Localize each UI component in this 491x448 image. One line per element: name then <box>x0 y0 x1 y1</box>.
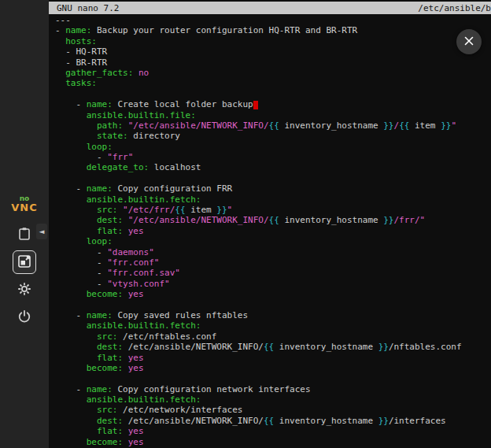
text-cursor <box>253 101 259 109</box>
control-bar-handle[interactable]: ◄ <box>36 224 47 239</box>
editor-line: flat: yes <box>55 226 491 236</box>
editor-line <box>55 89 491 99</box>
clipboard-button[interactable] <box>13 223 36 246</box>
clipboard-icon <box>17 226 32 244</box>
editor-line: become: yes <box>55 363 491 373</box>
editor-line: - name: Copy configuration network inter… <box>55 384 491 394</box>
close-button[interactable] <box>456 29 482 54</box>
editor-line: ansible.builtin.fetch: <box>55 194 491 205</box>
power-icon <box>17 309 32 327</box>
editor-line: - "frr.conf" <box>55 257 491 268</box>
editor-line: ansible.builtin.fetch: <box>55 394 491 405</box>
editor-line: ansible.builtin.file: <box>55 110 491 120</box>
settings-button[interactable] <box>13 278 36 302</box>
editor-line: loop: <box>55 142 491 152</box>
editor-line: - name: Backup your router configuration… <box>55 25 491 35</box>
editor-line <box>55 173 491 183</box>
editor-line: - "daemons" <box>55 247 491 257</box>
nano-editor[interactable]: ---- name: Backup your router configurat… <box>49 14 491 447</box>
editor-line: - name: Copy saved rules nftables <box>55 310 491 320</box>
novnc-logo: no VNC <box>0 195 49 213</box>
editor-line: dest: "/etc/ansible/NETWORK_INFO/{{ inve… <box>55 215 491 225</box>
editor-line: --- <box>55 15 491 25</box>
editor-line <box>55 373 491 383</box>
gear-icon <box>17 281 32 299</box>
editor-line: - name: Create local folder backup <box>55 99 491 109</box>
desktop: no VNC <box>0 0 491 448</box>
editor-line: - "vtysh.conf" <box>55 279 491 289</box>
editor-line: tasks: <box>55 78 491 88</box>
editor-line: - "frr" <box>55 152 491 162</box>
editor-line: gather_facts: no <box>55 68 491 78</box>
editor-line: - name: Copy configuration FRR <box>55 183 491 194</box>
editor-line: path: "/etc/ansible/NETWORK_INFO/{{ inve… <box>55 120 491 131</box>
nano-version: GNU nano 7.2 <box>57 3 119 13</box>
terminal-window: GNU nano 7.2 /etc/ansible/b ---- name: B… <box>49 0 491 448</box>
editor-line: loop: <box>55 236 491 246</box>
editor-line: - HQ-RTR <box>55 46 491 57</box>
editor-line: ansible.builtin.fetch: <box>55 320 491 331</box>
editor-line: src: /etc/nftables.conf <box>55 331 491 342</box>
editor-line: flat: yes <box>55 426 491 436</box>
fullscreen-icon <box>17 254 32 272</box>
editor-line <box>55 300 491 310</box>
editor-line: dest: /etc/ansible/NETWORK_INFO/{{ inven… <box>55 416 491 426</box>
editor-line: become: yes <box>55 289 491 299</box>
editor-line: src: /etc/network/interfaces <box>55 405 491 415</box>
editor-line: src: "/etc/frr/{{ item }}" <box>55 205 491 215</box>
chevron-left-icon: ◄ <box>39 228 45 235</box>
editor-line: become: yes <box>55 437 491 447</box>
fullscreen-button[interactable] <box>13 250 36 274</box>
editor-line: flat: yes <box>55 353 491 363</box>
editor-line: delegate_to: localhost <box>55 162 491 172</box>
editor-line: - BR-RTR <box>55 57 491 68</box>
editor-line: hosts: <box>55 36 491 46</box>
editor-line: dest: /etc/ansible/NETWORK_INFO/{{ inven… <box>55 342 491 352</box>
editor-line: state: directory <box>55 131 491 141</box>
editor-line: - "frr.conf.sav" <box>55 268 491 278</box>
nano-filename: /etc/ansible/b <box>418 3 491 13</box>
nano-titlebar: GNU nano 7.2 /etc/ansible/b <box>49 2 491 14</box>
novnc-logo-text: VNC <box>0 202 49 213</box>
power-button[interactable] <box>13 305 36 329</box>
close-icon <box>463 35 474 49</box>
